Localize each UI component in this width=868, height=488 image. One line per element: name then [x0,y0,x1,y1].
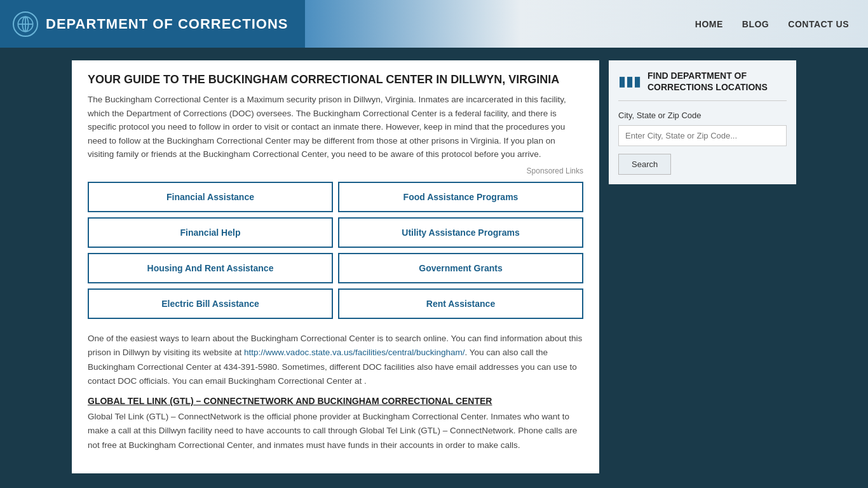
assistance-button-grid: Financial Assistance Food Assistance Pro… [88,182,583,319]
search-button[interactable]: Search [618,154,671,175]
sponsored-links-label: Sponsored Links [88,166,583,175]
btn-financial-help[interactable]: Financial Help [88,217,333,248]
btn-utility-assistance[interactable]: Utility Assistance Programs [338,217,583,248]
gtl-section-heading: GLOBAL TEL LINK (GTL) – CONNECTNETWORK A… [88,396,583,406]
nav-contact[interactable]: CONTACT US [788,19,849,29]
btn-financial-assistance[interactable]: Financial Assistance [88,182,333,212]
location-field-label: City, State or Zip Code [618,111,787,120]
site-title: DEPARTMENT OF CORRECTIONS [46,16,288,32]
facility-link[interactable]: http://www.vadoc.state.va.us/facilities/… [244,348,465,357]
page-title: YOUR GUIDE TO THE BUCKINGHAM CORRECTIONA… [88,73,583,86]
content-area: YOUR GUIDE TO THE BUCKINGHAM CORRECTIONA… [72,60,599,473]
gtl-section-text: Global Tel Link (GTL) – ConnectNetwork i… [88,410,583,452]
location-search-input[interactable] [618,125,787,146]
sidebar-title: FIND DEPARTMENT OF CORRECTIONS LOCATIONS [648,70,787,93]
header: DEPARTMENT OF CORRECTIONS HOME BLOG CONT… [0,0,868,48]
globe-icon [13,11,38,37]
header-brand: DEPARTMENT OF CORRECTIONS [0,0,305,48]
main-nav: HOME BLOG CONTACT US [695,19,868,29]
post-description: One of the easiest ways to learn about t… [88,332,583,388]
btn-government-grants[interactable]: Government Grants [338,253,583,283]
bar-chart-icon: ▮▮▮ [618,73,641,90]
sidebar: ▮▮▮ FIND DEPARTMENT OF CORRECTIONS LOCAT… [609,60,796,184]
intro-text: The Buckingham Correctional Center is a … [88,93,583,161]
btn-electric-bill[interactable]: Electric Bill Assistance [88,288,333,319]
btn-rent-assistance[interactable]: Rent Assistance [338,288,583,319]
btn-housing-rent[interactable]: Housing And Rent Assistance [88,253,333,283]
nav-home[interactable]: HOME [695,19,723,29]
nav-blog[interactable]: BLOG [742,19,769,29]
btn-food-assistance[interactable]: Food Assistance Programs [338,182,583,212]
sidebar-header: ▮▮▮ FIND DEPARTMENT OF CORRECTIONS LOCAT… [618,70,787,101]
main-wrapper: YOUR GUIDE TO THE BUCKINGHAM CORRECTIONA… [65,60,803,473]
